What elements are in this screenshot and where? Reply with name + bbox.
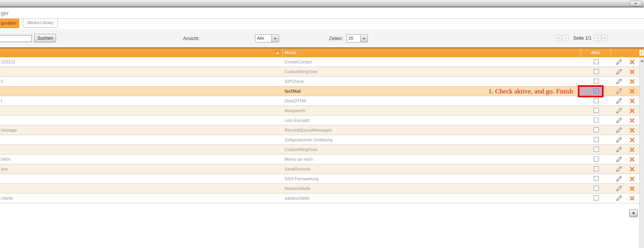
- add-module-button[interactable]: +: [629, 209, 638, 217]
- rows-select-button[interactable]: [360, 34, 368, 42]
- table-row: 5 SIPCheck 1. Check aktive, and go. Fini…: [0, 77, 639, 86]
- table-row: fax2Mail 1. Check aktive, and go. Finish: [0, 86, 639, 96]
- view-select[interactable]: Alle: [255, 34, 279, 42]
- active-checkbox[interactable]: [594, 59, 599, 64]
- active-checkbox[interactable]: [594, 118, 599, 123]
- column-header-modul[interactable]: Modul: [285, 48, 296, 57]
- search-input[interactable]: [0, 35, 32, 42]
- row-module-cell: CustomRingTone: [285, 145, 317, 154]
- delete-x-icon[interactable]: [629, 186, 635, 192]
- scrollbar-up-icon: [640, 60, 644, 62]
- active-checkbox[interactable]: [594, 176, 599, 181]
- delete-x-icon[interactable]: [629, 157, 635, 162]
- delete-x-icon[interactable]: [629, 147, 635, 153]
- row-module-cell: CustomRingTone: [285, 67, 317, 76]
- edit-pencil-icon[interactable]: [616, 97, 623, 104]
- active-checkbox[interactable]: [594, 195, 599, 201]
- column-header-aktiv[interactable]: Aktiv: [581, 48, 611, 57]
- window-titlebar: ✕: [0, 0, 644, 7]
- column-divider: [282, 48, 283, 57]
- edit-pencil-icon[interactable]: [616, 185, 623, 192]
- search-button[interactable]: Suchen: [34, 34, 56, 42]
- delete-x-icon[interactable]: [629, 88, 635, 94]
- delete-x-icon[interactable]: [629, 195, 635, 201]
- delete-x-icon[interactable]: [629, 69, 635, 75]
- row-name-cell: t: [1, 96, 2, 106]
- module-manager-page: ✕ ger guration Modul-Library Suchen Ansi…: [0, 0, 644, 248]
- active-checkbox[interactable]: [594, 186, 599, 191]
- annotation-highlight-box: [578, 85, 604, 97]
- row-module-cell: warteschleife: [285, 193, 310, 203]
- delete-x-icon[interactable]: [629, 137, 635, 143]
- table-header: Modul Aktiv i: [0, 47, 644, 57]
- row-name-cell: 123123: [1, 57, 15, 67]
- rows-select[interactable]: 20: [347, 34, 368, 42]
- edit-pencil-icon[interactable]: [616, 78, 623, 85]
- delete-x-icon[interactable]: [629, 108, 635, 114]
- row-module-cell: Memo an mich: [285, 155, 313, 164]
- table-row: t DoorDTFM 1. Check aktive, and go. Fini…: [0, 96, 639, 106]
- row-name-cell: ave: [1, 164, 8, 174]
- delete-x-icon[interactable]: [629, 127, 635, 133]
- delete-x-icon[interactable]: [629, 98, 635, 104]
- edit-pencil-icon[interactable]: [616, 175, 623, 182]
- row-module-cell: SSH Fernwartung: [285, 174, 318, 183]
- vertical-scrollbar[interactable]: [639, 57, 644, 248]
- edit-pencil-icon[interactable]: [616, 58, 623, 65]
- view-label: Ansicht:: [183, 36, 200, 41]
- divider: [0, 18, 644, 19]
- page-title: ger: [1, 10, 9, 16]
- pagination-last-button[interactable]: »: [601, 35, 608, 41]
- table-row: testspeech 1. Check aktive, and go. Fini…: [0, 106, 639, 116]
- active-checkbox[interactable]: [594, 157, 599, 162]
- pagination-next-button[interactable]: ›: [595, 35, 601, 41]
- active-checkbox[interactable]: [594, 147, 599, 152]
- row-module-cell: RecordiQueueMessages: [285, 125, 332, 135]
- pagination-first-button[interactable]: «: [555, 35, 562, 41]
- edit-pencil-icon[interactable]: [616, 146, 623, 153]
- rows-select-value[interactable]: 20: [347, 34, 360, 42]
- close-icon[interactable]: ✕: [630, 1, 642, 6]
- chevron-down-icon: [274, 38, 277, 40]
- active-checkbox[interactable]: [594, 127, 599, 132]
- edit-pencil-icon[interactable]: [616, 136, 623, 143]
- view-select-value[interactable]: Alle: [255, 34, 271, 42]
- delete-x-icon[interactable]: [629, 166, 635, 172]
- table-row: ave SaveRecords 1. Check aktive, and go.…: [0, 164, 639, 174]
- active-checkbox[interactable]: [594, 166, 599, 171]
- delete-x-icon[interactable]: [629, 118, 635, 123]
- active-checkbox[interactable]: [594, 108, 599, 113]
- edit-pencil-icon[interactable]: [616, 88, 623, 95]
- table-row: 5454 Memo an mich 1. Check aktive, and g…: [0, 155, 639, 164]
- active-checkbox[interactable]: [594, 69, 599, 74]
- sort-asc-icon[interactable]: [275, 50, 281, 56]
- edit-pencil-icon[interactable]: [616, 68, 623, 75]
- active-checkbox[interactable]: [594, 98, 599, 103]
- view-select-button[interactable]: [271, 34, 279, 42]
- edit-pencil-icon[interactable]: [616, 127, 623, 134]
- tab-konfiguration[interactable]: guration: [0, 19, 19, 28]
- column-divider: [611, 48, 611, 57]
- tab-modul-library[interactable]: Modul-Library: [23, 19, 58, 28]
- table-row: nessage RecordiQueueMessages 1. Check ak…: [0, 125, 639, 135]
- row-module-cell: fax2Mail: [285, 86, 301, 96]
- edit-pencil-icon[interactable]: [616, 195, 623, 202]
- edit-pencil-icon[interactable]: [616, 117, 623, 124]
- delete-x-icon[interactable]: [629, 79, 635, 84]
- edit-pencil-icon[interactable]: [616, 165, 623, 172]
- edit-pencil-icon[interactable]: [616, 107, 623, 114]
- pagination-prev-button[interactable]: ‹: [562, 35, 569, 41]
- active-checkbox[interactable]: [594, 79, 599, 84]
- active-checkbox[interactable]: [594, 137, 599, 142]
- delete-x-icon[interactable]: [629, 176, 635, 182]
- row-module-cell: testspeech: [285, 106, 305, 115]
- row-module-cell: Lets Encrypt!: [285, 116, 310, 125]
- row-module-cell: CreateContact: [285, 57, 312, 67]
- row-name-cell: nessage: [1, 125, 17, 135]
- edit-pencil-icon[interactable]: [616, 156, 623, 163]
- delete-x-icon[interactable]: [629, 59, 635, 65]
- info-icon[interactable]: i: [639, 50, 644, 56]
- pagination-label: Seite 1/1: [573, 35, 591, 41]
- row-name-cell: 5: [1, 77, 3, 86]
- table-row: CustomRingTone 1. Check aktive, and go. …: [0, 145, 639, 155]
